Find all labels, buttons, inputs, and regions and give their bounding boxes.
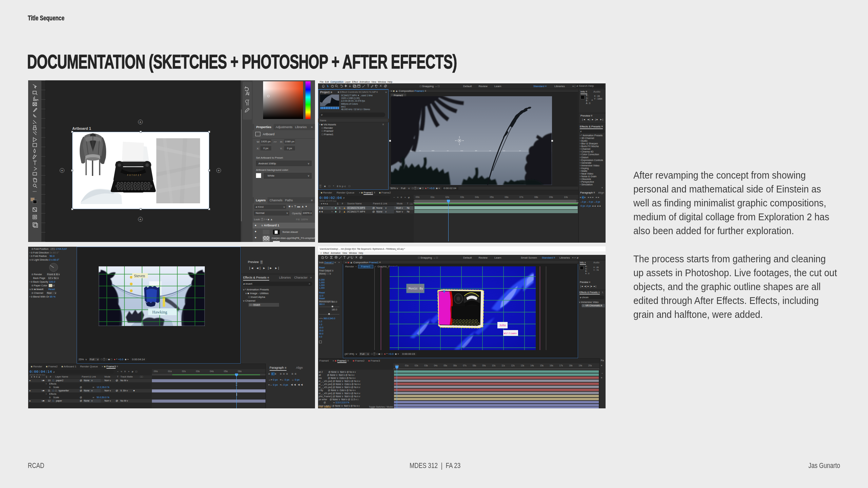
svg-text:Hawking: Hawking [152,310,167,314]
svg-text:John: John [499,324,506,327]
svg-text:Music By: Music By [409,287,423,290]
svg-text:Steven: Steven [134,273,145,278]
svg-text:Williams: Williams [504,332,517,335]
